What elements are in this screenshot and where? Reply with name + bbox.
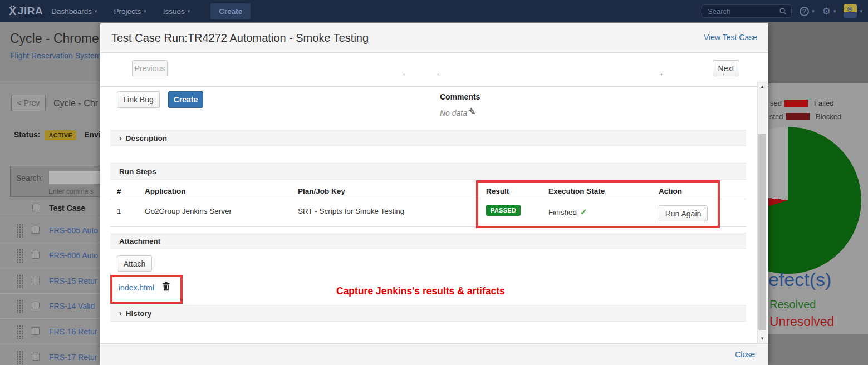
- test-case-link[interactable]: FRS-17 Retur: [49, 353, 97, 362]
- background-page-right: sed Failed sted Blocked efect(s) Resolve…: [768, 22, 868, 365]
- avatar: [844, 4, 857, 18]
- jira-logo-icon: Ẍ: [9, 5, 17, 18]
- status-badge: ACTIVE: [45, 130, 76, 140]
- comments-empty-text: No data: [440, 108, 467, 117]
- drag-handle-icon[interactable]: [17, 249, 23, 263]
- test-case-link[interactable]: FRS-16 Retur: [49, 327, 97, 336]
- clipped-text-fragment: ,: [403, 69, 405, 76]
- user-menu[interactable]: ▾: [844, 4, 862, 18]
- col-header-action: Action: [659, 187, 682, 195]
- test-case-column-header: Test Case: [49, 204, 85, 213]
- status-label: Status:: [14, 130, 40, 139]
- previous-button[interactable]: Previous: [132, 60, 168, 76]
- status-row: Status:ACTIVEEnvi: [14, 130, 100, 140]
- run-again-button[interactable]: Run Again: [659, 205, 708, 221]
- attachment-file-link[interactable]: index.html: [119, 283, 154, 292]
- run-step-num: 1: [117, 207, 121, 215]
- row-checkbox[interactable]: [32, 327, 40, 335]
- dialog-header: Test Case Run:TR4272 Automation - Smoke …: [100, 23, 768, 53]
- col-header-state: Execution State: [548, 187, 605, 195]
- row-checkbox[interactable]: [32, 353, 40, 361]
- close-link[interactable]: Close: [735, 344, 755, 365]
- edit-pencil-icon[interactable]: ✎: [469, 107, 476, 117]
- environment-label: Envi: [84, 130, 100, 139]
- page-title: Cycle - Chrome: [10, 31, 99, 46]
- legend-failed-label: Failed: [814, 99, 833, 107]
- top-navbar: Ẍ JIRA Dashboards ▾ Projects ▾ Issues ▾ …: [0, 0, 868, 22]
- table-row[interactable]: FRS-15 Retur: [0, 269, 100, 294]
- trash-icon[interactable]: [162, 282, 170, 291]
- test-case-link[interactable]: FRS-605 Auto: [49, 226, 98, 235]
- drag-handle-icon[interactable]: [17, 224, 23, 238]
- nav-menu-projects[interactable]: Projects ▾: [105, 0, 154, 22]
- select-all-checkbox[interactable]: [32, 204, 40, 211]
- row-checkbox[interactable]: [32, 251, 40, 259]
- dialog-scrollbar[interactable]: ▲ ▼: [757, 82, 767, 343]
- page-header: Cycle - Chrome Flight Reservation System: [0, 22, 100, 81]
- comments-label: Comments: [440, 92, 480, 101]
- section-description[interactable]: › Description: [110, 130, 746, 146]
- next-button[interactable]: Next: [713, 60, 739, 76]
- clipped-text-fragment: ,,: [659, 69, 663, 76]
- navbar-search-box[interactable]: [702, 4, 792, 18]
- page-footer-right: [768, 334, 868, 365]
- chevron-down-icon: ▾: [860, 8, 862, 14]
- nav-menu-issues[interactable]: Issues ▾: [155, 0, 199, 22]
- scrollbar-thumb[interactable]: [758, 134, 766, 330]
- test-case-table-header: Test Case: [0, 199, 100, 218]
- test-case-link[interactable]: FRS-15 Retur: [49, 277, 97, 285]
- section-history[interactable]: › History: [110, 305, 746, 322]
- drag-handle-icon[interactable]: [17, 299, 23, 313]
- gear-icon: ⚙: [822, 6, 831, 17]
- drag-handle-icon[interactable]: [17, 325, 23, 339]
- col-header-result: Result: [486, 187, 509, 195]
- scroll-down-arrow[interactable]: ▼: [758, 336, 767, 341]
- table-divider: [110, 199, 746, 199]
- jira-logo-text: JIRA: [18, 5, 43, 17]
- annotation-text: Capture Jenkins's results & artifacts: [336, 285, 505, 297]
- nav-create-button[interactable]: Create: [210, 3, 251, 19]
- table-row[interactable]: FRS-17 Retur: [0, 345, 100, 365]
- test-case-run-dialog: Test Case Run:TR4272 Automation - Smoke …: [100, 23, 768, 365]
- divider: [100, 86, 768, 87]
- run-step-state: Finished✓: [548, 207, 587, 217]
- test-case-search-input[interactable]: [48, 171, 100, 184]
- search-hint: Enter comma s: [48, 188, 94, 195]
- legend-passed-partial: sed: [770, 99, 782, 107]
- table-row[interactable]: FRS-14 Valid: [0, 294, 100, 319]
- test-case-link[interactable]: FRS-14 Valid: [49, 302, 95, 310]
- link-bug-button[interactable]: Link Bug: [117, 91, 160, 108]
- table-row[interactable]: FRS-16 Retur: [0, 319, 100, 344]
- scroll-up-arrow[interactable]: ▲: [758, 84, 767, 89]
- row-checkbox[interactable]: [32, 226, 40, 234]
- search-input[interactable]: [708, 7, 779, 16]
- table-row[interactable]: FRS-605 Auto: [0, 218, 100, 243]
- prev-cycle-button[interactable]: < Prev: [11, 95, 46, 111]
- test-case-link[interactable]: FRS-606 Auto: [49, 251, 98, 260]
- section-attachment: Attachment: [110, 233, 746, 249]
- search-label: Search:: [16, 174, 43, 182]
- drag-handle-icon[interactable]: [17, 351, 23, 364]
- drag-handle-icon[interactable]: [17, 274, 23, 288]
- chevron-down-icon: ▾: [144, 8, 146, 14]
- chevron-right-icon: ›: [119, 309, 122, 318]
- chevron-down-icon: ▾: [812, 8, 815, 14]
- row-checkbox[interactable]: [32, 277, 40, 284]
- attach-button[interactable]: Attach: [117, 255, 152, 272]
- settings-menu[interactable]: ⚙ ▾: [822, 6, 836, 17]
- run-step-plan: SRT - Scripts for Smoke Testing: [298, 207, 404, 215]
- help-menu[interactable]: ? ▾: [800, 7, 815, 16]
- project-link[interactable]: Flight Reservation System: [10, 51, 100, 60]
- legend-untested-partial: sted: [769, 112, 783, 121]
- row-checkbox[interactable]: [32, 302, 40, 309]
- create-bug-button[interactable]: Create: [168, 91, 203, 108]
- chevron-down-icon: ▾: [833, 8, 836, 14]
- test-case-search-panel: Search: Enter comma s: [10, 166, 100, 197]
- nav-menu-dashboards[interactable]: Dashboards ▾: [43, 0, 105, 22]
- result-passed-badge: PASSED: [486, 205, 521, 216]
- table-row[interactable]: FRS-606 Auto: [0, 243, 100, 268]
- jira-logo[interactable]: Ẍ JIRA: [9, 5, 43, 18]
- page-header-right: [768, 22, 868, 83]
- view-test-case-link[interactable]: View Test Case: [704, 33, 757, 42]
- search-icon: [779, 7, 787, 15]
